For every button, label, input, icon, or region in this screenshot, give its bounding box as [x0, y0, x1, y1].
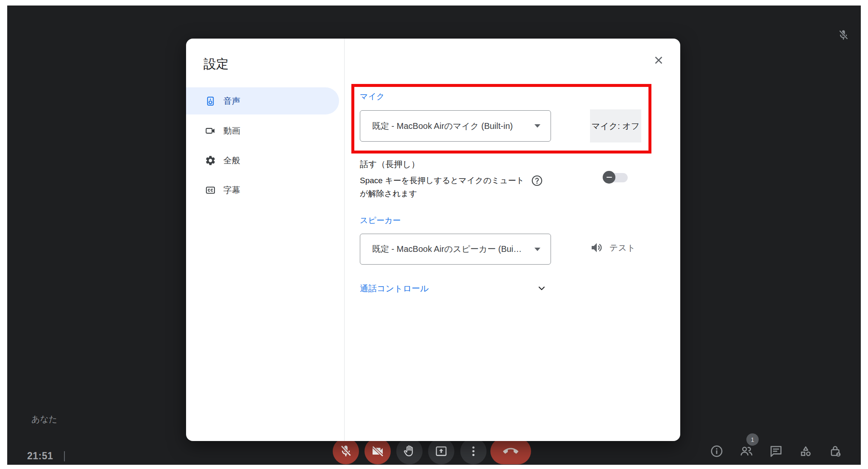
- push-to-talk-description: Space キーを長押しするとマイクのミュートが解除されます: [360, 174, 526, 200]
- clock-text: 21:51: [27, 450, 53, 462]
- settings-dialog: 設定 音声: [186, 39, 680, 441]
- camera-off-icon: [371, 444, 384, 458]
- meeting-time: 21:51: [27, 450, 65, 462]
- sidebar-item-video[interactable]: 動画: [186, 117, 339, 144]
- speaker-test-label: テスト: [609, 242, 635, 254]
- sidebar-item-label: 全般: [223, 155, 240, 166]
- dialog-title: 設定: [203, 56, 229, 73]
- push-to-talk-toggle[interactable]: [604, 172, 628, 182]
- mic-off-icon: [339, 444, 353, 458]
- sidebar-item-label: 字幕: [223, 184, 240, 196]
- mic-off-icon: [837, 29, 849, 41]
- divider: [64, 451, 65, 461]
- call-control-link[interactable]: 通話コントロール: [360, 283, 428, 294]
- host-controls-button[interactable]: [828, 444, 843, 458]
- video-camera-icon: [205, 125, 216, 137]
- raise-hand-icon: [403, 444, 416, 458]
- end-call-icon: [503, 444, 518, 459]
- host-controls-icon: [828, 444, 843, 458]
- speaker-test-button[interactable]: テスト: [590, 241, 635, 254]
- people-icon: [739, 444, 754, 458]
- show-participants-button[interactable]: [739, 444, 754, 458]
- more-options-icon: [467, 444, 480, 458]
- activities-button[interactable]: [798, 444, 813, 458]
- push-to-talk-title: 話す（長押し）: [360, 159, 420, 170]
- dropdown-arrow-icon: [534, 248, 540, 251]
- speaker-box-icon: [205, 95, 216, 107]
- speaker-device-value: 既定 - MacBook Airのスピーカー (Bui…: [372, 243, 522, 255]
- raise-hand-button[interactable]: [396, 438, 423, 464]
- mute-mic-button[interactable]: [333, 438, 359, 464]
- help-icon[interactable]: [531, 174, 543, 187]
- speaker-device-select[interactable]: 既定 - MacBook Airのスピーカー (Bui…: [360, 234, 551, 265]
- self-tile-name: あなた: [31, 413, 57, 425]
- sidebar-item-label: 動画: [223, 125, 240, 137]
- end-call-button[interactable]: [490, 438, 531, 464]
- present-icon: [434, 444, 448, 458]
- chevron-down-icon[interactable]: [535, 283, 548, 293]
- speaker-section-label: スピーカー: [360, 215, 401, 226]
- participants-count-badge: 1: [746, 433, 759, 446]
- chat-icon: [769, 444, 783, 458]
- mic-device-value: 既定 - MacBook Airのマイク (Built-in): [372, 120, 513, 132]
- close-button[interactable]: [651, 52, 667, 68]
- sidebar-item-general[interactable]: 全般: [186, 147, 339, 174]
- cc-icon: [205, 184, 216, 196]
- activities-icon: [798, 444, 813, 458]
- info-icon: [709, 444, 724, 458]
- google-meet-window: あなた 21:51: [0, 0, 868, 469]
- mic-device-select[interactable]: 既定 - MacBook Airのマイク (Built-in): [360, 110, 551, 142]
- present-screen-button[interactable]: [428, 438, 454, 464]
- more-options-button[interactable]: [460, 438, 487, 464]
- mic-status-badge: マイク: オフ: [590, 109, 641, 142]
- sidebar-item-label: 音声: [223, 95, 240, 107]
- camera-off-button[interactable]: [364, 438, 391, 464]
- sidebar-item-audio[interactable]: 音声: [186, 87, 339, 114]
- meeting-details-button[interactable]: [709, 444, 724, 458]
- mic-section-label: マイク: [360, 91, 384, 102]
- gear-icon: [205, 155, 216, 166]
- volume-icon: [590, 241, 604, 254]
- chat-button[interactable]: [769, 444, 783, 458]
- toggle-off-dash: [606, 177, 612, 178]
- sidebar-item-captions[interactable]: 字幕: [186, 176, 339, 204]
- dropdown-arrow-icon: [534, 124, 540, 128]
- toggle-knob: [603, 171, 615, 184]
- sidebar-divider: [344, 39, 345, 441]
- close-icon: [652, 54, 665, 67]
